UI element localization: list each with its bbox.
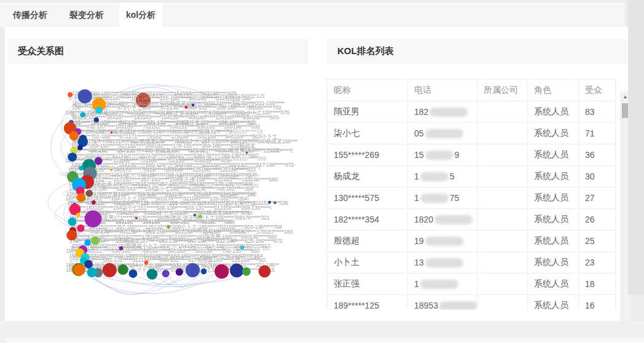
graph-label-line: 156*****503殷德超198*****625-185*****702155… <box>71 228 252 234</box>
tab-3[interactable]: kol分析 <box>119 2 162 27</box>
phone-redaction <box>430 108 468 117</box>
company-cell <box>477 123 528 144</box>
nickname-cell: 张正强 <box>328 274 408 295</box>
graph-label-line: 156*****560178*****765隋亚男135*****560-151… <box>70 201 256 207</box>
graph-label-line: 155*****181182*****354-188*****939-139**… <box>72 120 264 126</box>
role-cell: 系统人员 <box>528 101 579 123</box>
graph-label-line: 176*****321杨成龙135*****409-186*****872178… <box>74 192 268 198</box>
kol-table: 昵称电话所属公司角色受众 隋亚男182系统人员83柒小七05系统人员71155*… <box>327 79 616 310</box>
table-row: 柒小七05系统人员71 <box>328 123 616 144</box>
company-cell <box>477 231 528 252</box>
right-panel-header: KOL排名列表 <box>327 39 627 64</box>
phone-cell: 15 <box>408 166 477 187</box>
phone-redaction <box>439 301 477 310</box>
graph-label-line: 198*****032柒小七-155*****181-176*****321-1… <box>74 183 274 189</box>
phone-redaction <box>434 215 473 224</box>
tab-bar: 传播分析裂变分析kol分析 <box>0 2 625 27</box>
audience-cell: 36 <box>579 144 616 166</box>
graph-label-line: 158*****560182*****178178*****765130****… <box>74 93 282 99</box>
table-row: 155*****269159系统人员36 <box>328 144 616 166</box>
company-cell <box>477 144 528 166</box>
phone-cell: 19 <box>408 231 477 252</box>
audience-cell: 25 <box>579 231 616 252</box>
tab-1[interactable]: 传播分析 <box>6 2 54 27</box>
graph-edge <box>146 272 213 287</box>
graph-label-line: 132*****208-187*****183198*****032155***… <box>68 219 248 224</box>
right-panel-title: KOL排名列表 <box>337 45 394 57</box>
audience-graph[interactable]: 135*****560-185*****702186*****872183***… <box>7 64 308 321</box>
table-row: 189*****12518953系统人员16 <box>328 295 616 310</box>
table-row: 130*****575175系统人员27 <box>328 187 616 209</box>
graph-edge <box>51 116 69 176</box>
role-cell: 系统人员 <box>528 209 579 231</box>
nickname-cell: 柒小七 <box>328 123 408 144</box>
audience-cell: 83 <box>579 101 616 123</box>
kol-table-wrap: 昵称电话所属公司角色受众 隋亚男182系统人员83柒小七05系统人员71155*… <box>327 79 616 310</box>
phone-cell: 1 <box>408 274 477 295</box>
phone-redaction <box>420 194 449 203</box>
left-panel-header: 受众关系图 <box>7 39 308 64</box>
table-row: 182*****3541820系统人员26 <box>328 209 616 231</box>
table-row: 张正强1系统人员18 <box>328 274 616 295</box>
column-header: 所属公司 <box>477 79 528 101</box>
phone-cell: 18953 <box>408 295 477 310</box>
company-cell <box>477 101 528 123</box>
company-cell <box>477 166 528 187</box>
phone-cell: 182 <box>408 101 477 123</box>
role-cell: 系统人员 <box>528 166 579 187</box>
column-header: 电话 <box>408 79 477 101</box>
graph-label-line: 135*****409135*****409185*****702-188***… <box>73 237 254 243</box>
phone-cell: 175 <box>408 187 477 209</box>
graph-label-line: 柒小七139*****503156*****503183*****154杨成龙-… <box>71 111 258 117</box>
column-header: 受众 <box>579 79 616 101</box>
company-cell <box>477 295 528 310</box>
nickname-cell: 隋亚男 <box>328 101 408 123</box>
role-cell: 系统人员 <box>528 144 579 166</box>
left-panel-title: 受众关系图 <box>18 45 64 57</box>
audience-cell: 18 <box>579 274 616 295</box>
graph-edge <box>130 272 198 285</box>
phone-cell: 13 <box>408 252 477 274</box>
content-card: 受众关系图 KOL排名列表 135*****560-185*****702186… <box>5 27 628 321</box>
phone-cell: 05 <box>408 123 477 144</box>
tab-2[interactable]: 裂变分析 <box>63 2 111 27</box>
phone-redaction <box>420 172 449 181</box>
graph-label-line: 176*****321-150*****917178*****765-殷德超-1… <box>73 255 267 261</box>
company-cell <box>477 274 528 295</box>
role-cell: 系统人员 <box>528 123 579 144</box>
graph-label-line: 殷德超198*****032130*****575-139*****503-小卜… <box>71 246 273 251</box>
nickname-cell: 殷德超 <box>328 231 408 252</box>
phone-cell: 159 <box>408 144 477 166</box>
role-cell: 系统人员 <box>528 252 579 274</box>
phone-redaction <box>425 258 463 267</box>
column-header: 角色 <box>528 79 579 101</box>
table-row: 隋亚男182系统人员83 <box>328 101 616 123</box>
graph-label-line: 183*****154198*****625180*****125-182***… <box>74 156 272 162</box>
table-body: 隋亚男182系统人员83柒小七05系统人员71155*****269159系统人… <box>328 101 616 310</box>
nickname-cell: 155*****269 <box>328 144 408 166</box>
nickname-cell: 小卜土 <box>328 252 408 274</box>
graph-label-line: 180*****125135*****409158*****560小卜土杨成龙-… <box>70 165 261 171</box>
phone-redaction <box>425 237 463 246</box>
table-header-row: 昵称电话所属公司角色受众 <box>328 79 616 101</box>
table-row: 杨成龙15系统人员30 <box>328 166 616 187</box>
role-cell: 系统人员 <box>528 295 579 310</box>
phone-redaction <box>425 129 463 138</box>
audience-cell: 26 <box>579 209 616 231</box>
phone-redaction <box>420 280 458 289</box>
graph-label-line: 180*****125-156*****560张正强158*****933150… <box>69 148 288 153</box>
graph-label-line: 187*****183-183*****154-小卜土187*****18315… <box>73 174 253 179</box>
phone-cell: 1820 <box>408 209 477 231</box>
column-header: 昵称 <box>328 79 408 101</box>
company-cell <box>477 252 528 274</box>
role-cell: 系统人员 <box>528 274 579 295</box>
graph-label-line: 张正强张正强156*****560178*****765-小卜土-198****… <box>70 210 253 216</box>
graph-label-line: 151*****536198*****625-187*****183-176**… <box>74 103 262 108</box>
role-cell: 系统人员 <box>528 231 579 252</box>
nickname-cell: 189*****125 <box>328 295 408 310</box>
graph-label-line: 139*****503-156*****560151*****536156***… <box>74 138 272 144</box>
graph-label-line: 180*****125183*****154-178*****765139***… <box>68 264 252 269</box>
audience-cell: 23 <box>579 252 616 274</box>
audience-cell: 16 <box>579 295 616 310</box>
audience-cell: 27 <box>579 187 616 209</box>
